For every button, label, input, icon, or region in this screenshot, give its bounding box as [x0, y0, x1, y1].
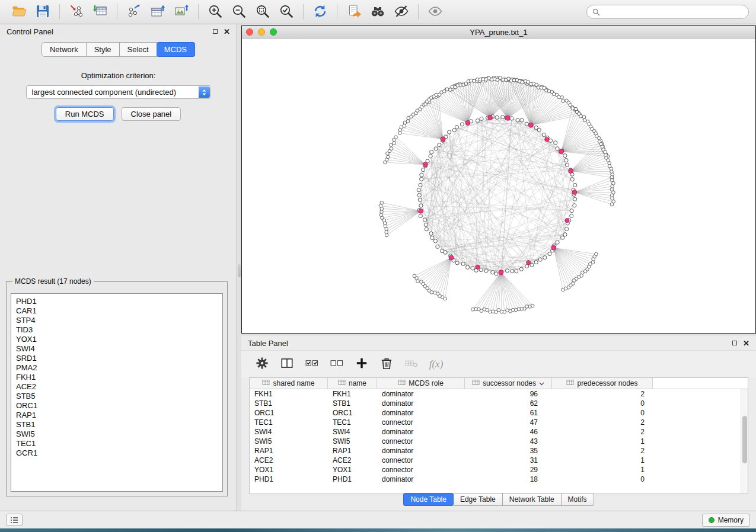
table-row[interactable]: STB1STB1dominator620	[250, 399, 748, 408]
list-item[interactable]: CAR1	[16, 306, 222, 316]
mcds-result-list[interactable]: PHD1CAR1STP4TID3YOX1SWI4SRD1PMA2FKH1ACE2…	[11, 293, 223, 492]
table-row[interactable]: FKH1FKH1dominator962	[250, 389, 748, 399]
column-chooser-button[interactable]	[276, 354, 298, 374]
maximize-window-icon[interactable]	[270, 28, 277, 36]
task-history-button[interactable]	[6, 514, 23, 526]
list-item[interactable]: RAP1	[16, 411, 222, 420]
close-panel-button[interactable]: Close panel	[122, 107, 181, 121]
network-canvas[interactable]	[242, 39, 755, 333]
cell-predecessor_nodes: 2	[552, 428, 653, 436]
memory-button[interactable]: Memory	[702, 514, 750, 527]
tab-style[interactable]: Style	[87, 42, 120, 57]
table-row[interactable]: ORC1ORC1dominator610	[250, 408, 748, 418]
export-table-icon	[150, 4, 165, 21]
list-item[interactable]: ACE2	[16, 382, 222, 392]
column-header-MCDS-role[interactable]: MCDS role	[377, 378, 465, 389]
list-item[interactable]: SWI5	[16, 430, 222, 439]
zoom-fit-button[interactable]	[251, 2, 275, 22]
tab-node-table[interactable]: Node Table	[403, 493, 454, 506]
export-network-button[interactable]	[122, 2, 146, 22]
table-row[interactable]: RAP1RAP1dominator352	[250, 446, 748, 456]
export-image-button[interactable]	[170, 2, 193, 22]
list-item[interactable]: YOX1	[16, 335, 222, 344]
table-row[interactable]: PHD1PHD1dominator180	[250, 475, 748, 484]
deselect-all-rows-button[interactable]	[326, 354, 347, 374]
toolbar-separator	[117, 4, 117, 20]
cytoscape-window: Control Panel ✕ NetworkStyleSelectMCDS O…	[0, 0, 756, 528]
splitter-grip[interactable]	[238, 264, 241, 277]
column-header-successor-nodes[interactable]: successor nodes	[465, 378, 552, 389]
network-view-titlebar[interactable]: YPA_prune.txt_1	[242, 26, 755, 39]
close-table-panel-icon[interactable]: ✕	[743, 339, 749, 347]
list-item[interactable]: PHD1	[16, 297, 222, 306]
list-item[interactable]: SWI4	[16, 344, 222, 354]
vertical-splitter[interactable]	[237, 24, 241, 511]
tab-select[interactable]: Select	[120, 42, 157, 57]
open-session-button[interactable]	[7, 2, 31, 22]
float-table-panel-icon[interactable]	[732, 341, 737, 345]
list-item[interactable]: SRD1	[16, 354, 222, 363]
table-row[interactable]: YOX1YOX1connector291	[250, 465, 748, 475]
tab-motifs[interactable]: Motifs	[562, 493, 594, 506]
tab-network[interactable]: Network	[42, 42, 87, 57]
find-button[interactable]	[366, 2, 390, 22]
table-row[interactable]: SWI5SWI5connector431	[250, 437, 748, 446]
optimization-criterion-select[interactable]: largest connected component (undirected)	[26, 85, 211, 99]
cell-predecessor_nodes: 0	[552, 475, 653, 483]
column-header-name[interactable]: name	[328, 378, 377, 389]
close-panel-icon[interactable]: ✕	[224, 28, 230, 36]
search-input[interactable]	[603, 8, 743, 17]
list-item[interactable]: STP4	[16, 316, 222, 325]
add-column-button[interactable]	[350, 354, 372, 374]
export-table-button[interactable]	[146, 2, 170, 22]
column-header-shared-name[interactable]: shared name	[250, 378, 328, 389]
minimize-window-icon[interactable]	[258, 28, 265, 36]
zoom-out-button[interactable]	[227, 2, 251, 22]
search-box[interactable]	[586, 5, 749, 19]
cell-successor_nodes: 35	[465, 447, 552, 455]
refresh-button[interactable]	[308, 2, 332, 22]
function-builder-button[interactable]: f(x)	[425, 354, 447, 374]
import-network-icon	[69, 4, 84, 21]
run-mcds-button[interactable]: Run MCDS	[56, 107, 114, 121]
duplicate-network-button[interactable]	[342, 2, 366, 22]
scrollbar-thumb[interactable]	[742, 416, 747, 463]
table-row[interactable]: ACE2ACE2connector311	[250, 456, 748, 465]
list-item[interactable]: TID3	[16, 325, 222, 335]
float-panel-icon[interactable]	[213, 29, 218, 34]
cell-mcds_role: dominator	[377, 399, 465, 408]
cell-name: ORC1	[328, 409, 377, 417]
tab-network-table[interactable]: Network Table	[503, 493, 562, 506]
list-item[interactable]: FKH1	[16, 373, 222, 382]
save-session-button[interactable]	[31, 2, 55, 22]
tab-edge-table[interactable]: Edge Table	[454, 493, 503, 506]
settings-gear-button[interactable]	[251, 354, 273, 374]
zoom-selected-button[interactable]	[275, 2, 298, 22]
delete-column-button[interactable]	[375, 354, 397, 374]
import-network-button[interactable]	[65, 2, 88, 22]
row-options-button[interactable]	[400, 354, 422, 374]
table-row[interactable]: TEC1TEC1connector472	[250, 418, 748, 427]
select-all-rows-button[interactable]	[301, 354, 323, 374]
column-chooser-icon	[280, 356, 294, 372]
list-item[interactable]: GCR1	[16, 448, 222, 458]
tab-mcds[interactable]: MCDS	[157, 42, 195, 57]
close-window-icon[interactable]	[246, 28, 253, 36]
mcds-result-group: MCDS result (17 nodes) PHD1CAR1STP4TID3Y…	[6, 277, 228, 496]
table-row[interactable]: SWI4SWI4dominator462	[250, 427, 748, 437]
list-item[interactable]: ORC1	[16, 401, 222, 411]
table-scrollbar[interactable]	[741, 389, 748, 493]
add-column-icon	[355, 356, 369, 372]
list-item[interactable]: STB1	[16, 420, 222, 430]
list-item[interactable]: PMA2	[16, 363, 222, 373]
column-header-predecessor-nodes[interactable]: predecessor nodes	[552, 378, 653, 389]
hide-unhide-button[interactable]	[390, 2, 413, 22]
list-item[interactable]: TEC1	[16, 439, 222, 448]
list-item[interactable]: STB5	[16, 392, 222, 401]
import-table-button[interactable]	[88, 2, 112, 22]
cell-mcds_role: connector	[377, 466, 465, 474]
save-session-icon	[35, 4, 50, 21]
zoom-in-button[interactable]	[203, 2, 227, 22]
preview-button[interactable]	[423, 2, 447, 22]
cell-mcds_role: connector	[377, 437, 465, 446]
